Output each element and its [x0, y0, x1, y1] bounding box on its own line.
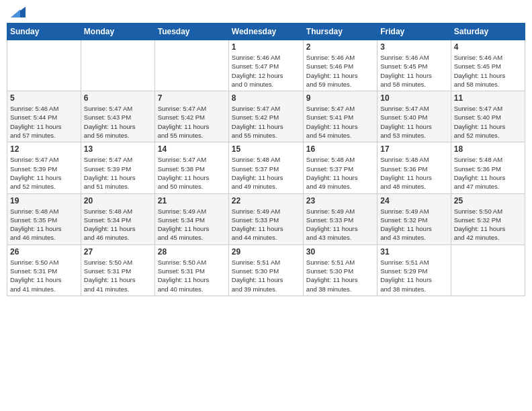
cell-info: Sunset: 5:30 PM	[306, 267, 374, 275]
calendar-cell: 13Sunrise: 5:47 AMSunset: 5:39 PMDayligh…	[81, 142, 154, 193]
day-number: 15	[232, 144, 300, 154]
cell-info: Sunset: 5:35 PM	[10, 216, 78, 224]
cell-info: Sunset: 5:29 PM	[380, 267, 447, 275]
calendar-cell: 16Sunrise: 5:48 AMSunset: 5:37 PMDayligh…	[303, 142, 377, 193]
calendar-cell: 22Sunrise: 5:49 AMSunset: 5:33 PMDayligh…	[228, 193, 303, 244]
weekday-header-row: SundayMondayTuesdayWednesdayThursdayFrid…	[7, 24, 525, 40]
calendar-cell: 11Sunrise: 5:47 AMSunset: 5:40 PMDayligh…	[451, 91, 525, 142]
day-number: 14	[158, 144, 226, 154]
cell-info: Daylight: 11 hours	[232, 122, 300, 131]
cell-info: Sunset: 5:31 PM	[84, 267, 152, 275]
weekday-header-tuesday: Tuesday	[154, 24, 228, 40]
day-number: 10	[380, 93, 447, 103]
cell-info: Sunrise: 5:50 AM	[10, 258, 78, 267]
cell-info: and 56 minutes.	[84, 131, 152, 140]
cell-info: and 43 minutes.	[306, 233, 374, 242]
cell-info: and 43 minutes.	[380, 233, 447, 242]
cell-info: and 57 minutes.	[10, 131, 78, 140]
cell-info: Daylight: 11 hours	[380, 71, 447, 80]
calendar-cell: 29Sunrise: 5:51 AMSunset: 5:30 PMDayligh…	[228, 244, 303, 295]
cell-info: and 49 minutes.	[306, 182, 374, 191]
calendar-cell: 28Sunrise: 5:50 AMSunset: 5:31 PMDayligh…	[154, 244, 228, 295]
cell-info: and 51 minutes.	[84, 182, 152, 191]
calendar-cell: 24Sunrise: 5:49 AMSunset: 5:32 PMDayligh…	[378, 193, 451, 244]
cell-info: Sunset: 5:32 PM	[380, 216, 447, 224]
week-row-1: 1Sunrise: 5:46 AMSunset: 5:47 PMDaylight…	[7, 40, 525, 91]
cell-info: Daylight: 11 hours	[232, 275, 300, 284]
cell-info: Sunset: 5:41 PM	[306, 113, 374, 122]
cell-info: Sunset: 5:38 PM	[158, 165, 226, 173]
day-number: 11	[454, 93, 522, 103]
calendar-cell	[81, 40, 154, 91]
cell-info: Sunset: 5:47 PM	[232, 62, 300, 71]
cell-info: and 54 minutes.	[306, 131, 374, 140]
calendar-cell: 8Sunrise: 5:47 AMSunset: 5:42 PMDaylight…	[228, 91, 303, 142]
weekday-header-saturday: Saturday	[451, 24, 525, 40]
weekday-header-wednesday: Wednesday	[228, 24, 303, 40]
cell-info: Daylight: 11 hours	[10, 122, 78, 131]
cell-info: Sunset: 5:31 PM	[158, 267, 226, 275]
cell-info: and 46 minutes.	[84, 233, 152, 242]
calendar-cell: 12Sunrise: 5:47 AMSunset: 5:39 PMDayligh…	[7, 142, 81, 193]
cell-info: Sunset: 5:39 PM	[84, 165, 152, 173]
day-number: 28	[158, 247, 226, 257]
day-number: 7	[158, 93, 226, 103]
cell-info: and 41 minutes.	[10, 285, 78, 293]
cell-info: and 58 minutes.	[380, 80, 447, 89]
cell-info: and 44 minutes.	[232, 233, 300, 242]
cell-info: and 50 minutes.	[158, 182, 226, 191]
calendar-cell	[7, 40, 81, 91]
day-number: 30	[306, 247, 374, 257]
cell-info: Sunrise: 5:50 AM	[158, 258, 226, 267]
calendar-cell: 7Sunrise: 5:47 AMSunset: 5:42 PMDaylight…	[154, 91, 228, 142]
calendar-table: SundayMondayTuesdayWednesdayThursdayFrid…	[7, 23, 525, 296]
day-number: 29	[232, 247, 300, 257]
calendar-cell: 15Sunrise: 5:48 AMSunset: 5:37 PMDayligh…	[228, 142, 303, 193]
cell-info: Sunrise: 5:47 AM	[306, 104, 374, 113]
cell-info: Sunrise: 5:48 AM	[454, 155, 522, 164]
logo	[9, 7, 26, 17]
cell-info: Sunset: 5:40 PM	[454, 113, 522, 122]
cell-info: Sunset: 5:45 PM	[454, 62, 522, 71]
cell-info: and 58 minutes.	[454, 80, 522, 89]
cell-info: Daylight: 11 hours	[380, 224, 447, 233]
cell-info: Sunrise: 5:46 AM	[380, 53, 447, 62]
cell-info: Daylight: 11 hours	[10, 275, 78, 284]
cell-info: Daylight: 11 hours	[306, 71, 374, 80]
day-number: 1	[232, 42, 300, 52]
day-number: 8	[232, 93, 300, 103]
cell-info: Sunrise: 5:47 AM	[84, 155, 152, 164]
cell-info: Sunset: 5:42 PM	[232, 113, 300, 122]
calendar-cell: 10Sunrise: 5:47 AMSunset: 5:40 PMDayligh…	[378, 91, 451, 142]
cell-info: Sunrise: 5:46 AM	[232, 53, 300, 62]
day-number: 4	[454, 42, 522, 52]
cell-info: Sunrise: 5:47 AM	[158, 155, 226, 164]
cell-info: and 47 minutes.	[454, 182, 522, 191]
day-number: 20	[84, 196, 152, 205]
cell-info: Daylight: 11 hours	[306, 122, 374, 131]
cell-info: Sunrise: 5:48 AM	[84, 207, 152, 216]
day-number: 16	[306, 144, 374, 154]
day-number: 27	[84, 247, 152, 257]
cell-info: Sunset: 5:37 PM	[232, 165, 300, 173]
cell-info: Daylight: 11 hours	[454, 71, 522, 80]
calendar-cell: 4Sunrise: 5:46 AMSunset: 5:45 PMDaylight…	[451, 40, 525, 91]
cell-info: and 49 minutes.	[232, 182, 300, 191]
cell-info: Sunset: 5:37 PM	[306, 165, 374, 173]
calendar-cell	[451, 244, 525, 295]
cell-info: Sunset: 5:40 PM	[380, 113, 447, 122]
day-number: 12	[10, 144, 78, 154]
cell-info: Sunset: 5:39 PM	[10, 165, 78, 173]
cell-info: Sunset: 5:34 PM	[158, 216, 226, 224]
day-number: 18	[454, 144, 522, 154]
cell-info: Sunrise: 5:49 AM	[380, 207, 447, 216]
cell-info: Sunrise: 5:49 AM	[232, 207, 300, 216]
cell-info: Daylight: 11 hours	[158, 173, 226, 182]
cell-info: Sunrise: 5:50 AM	[84, 258, 152, 267]
calendar-cell: 9Sunrise: 5:47 AMSunset: 5:41 PMDaylight…	[303, 91, 377, 142]
calendar-cell: 14Sunrise: 5:47 AMSunset: 5:38 PMDayligh…	[154, 142, 228, 193]
cell-info: Daylight: 11 hours	[158, 224, 226, 233]
calendar-cell: 2Sunrise: 5:46 AMSunset: 5:46 PMDaylight…	[303, 40, 377, 91]
cell-info: and 55 minutes.	[232, 131, 300, 140]
cell-info: Sunrise: 5:47 AM	[380, 104, 447, 113]
